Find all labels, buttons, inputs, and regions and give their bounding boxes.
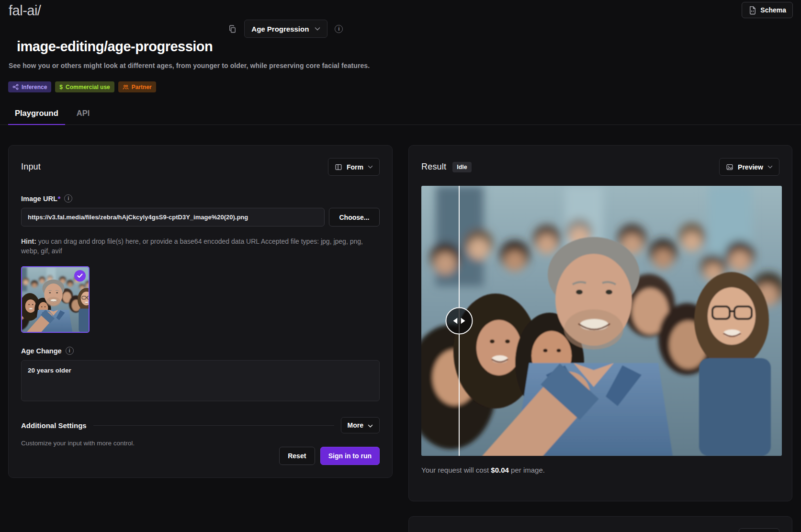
- choose-file-button[interactable]: Choose...: [329, 208, 380, 226]
- right-column: Result Idle Preview: [408, 145, 792, 532]
- result-panel-header: Result Idle Preview: [421, 158, 779, 176]
- hint-bold: Hint:: [21, 238, 36, 245]
- logs-panel: Logs Show: [408, 516, 792, 532]
- upload-hint: Hint: you can drag and drop file(s) here…: [21, 237, 375, 256]
- chevron-down-icon: [315, 27, 320, 31]
- age-change-info-icon[interactable]: i: [66, 347, 74, 355]
- model-description: See how you or others might look at diff…: [9, 62, 801, 69]
- model-selector-label: Age Progression: [251, 25, 309, 33]
- breadcrumb-main: image-editing/age-progression: [9, 19, 221, 55]
- badge-row: Inference $ Commercial use Partner: [8, 81, 801, 92]
- model-info-icon[interactable]: i: [335, 25, 343, 33]
- image-url-label-row: Image URL* i: [21, 194, 380, 203]
- chevron-down-icon: [368, 165, 373, 169]
- tab-api[interactable]: API: [70, 105, 97, 125]
- partner-badge-label: Partner: [132, 84, 152, 91]
- result-photo: [421, 186, 782, 456]
- image-url-input[interactable]: [21, 208, 325, 226]
- commercial-use-badge: $ Commercial use: [55, 81, 114, 92]
- result-panel: Result Idle Preview: [408, 145, 792, 501]
- fal-playground-page: fal-ai/image-editing/age-progression Age…: [0, 0, 801, 532]
- form-layout-icon: [335, 163, 342, 171]
- preview-view-dropdown[interactable]: Preview: [719, 158, 779, 176]
- result-title: Result: [421, 162, 446, 172]
- breadcrumb-prefix: fal-ai/: [9, 3, 41, 18]
- required-marker: *: [58, 195, 61, 203]
- comparison-slider-handle[interactable]: [446, 307, 473, 335]
- title-row: fal-ai/image-editing/age-progression Age…: [0, 0, 801, 55]
- cost-value: $0.04: [491, 466, 509, 474]
- reset-button[interactable]: Reset: [279, 447, 315, 465]
- inference-badge-label: Inference: [22, 84, 47, 91]
- copy-icon[interactable]: [228, 24, 237, 34]
- schema-file-icon: [748, 6, 756, 15]
- logs-show-dropdown[interactable]: Show: [739, 528, 779, 532]
- uploaded-image-thumbnail[interactable]: [21, 266, 90, 333]
- dollar-icon: $: [59, 84, 63, 91]
- chevron-down-icon: [368, 421, 373, 429]
- commercial-use-badge-label: Commercial use: [66, 84, 110, 91]
- additional-settings-title: Additional Settings: [21, 421, 87, 430]
- image-preview-icon: [726, 163, 733, 171]
- more-label: More: [348, 421, 363, 429]
- image-url-row: Choose...: [21, 208, 380, 226]
- arrow-right-icon: [461, 318, 465, 324]
- result-comparison-image: [421, 186, 782, 456]
- inference-badge: Inference: [8, 81, 51, 92]
- page-title: fal-ai/image-editing/age-progression: [9, 3, 221, 55]
- status-badge: Idle: [452, 162, 472, 172]
- input-panel-header: Input Form: [21, 158, 380, 176]
- form-view-dropdown[interactable]: Form: [328, 158, 380, 176]
- arrow-left-icon: [453, 318, 458, 324]
- partner-badge: Partner: [118, 81, 156, 92]
- model-selector-dropdown[interactable]: Age Progression: [244, 20, 327, 38]
- additional-settings-row: Additional Settings More: [21, 417, 380, 433]
- page-header: fal-ai/image-editing/age-progression Age…: [0, 0, 801, 125]
- hint-text: you can drag and drop file(s) here, or p…: [21, 238, 363, 255]
- age-change-label: Age Change: [21, 347, 62, 355]
- tab-bar: Playground API: [0, 105, 801, 125]
- main-content: Input Form Image URL* i: [0, 125, 801, 532]
- divider: [93, 425, 334, 426]
- chevron-down-icon: [767, 165, 773, 169]
- form-view-label: Form: [347, 163, 363, 171]
- preview-view-label: Preview: [738, 163, 763, 171]
- action-buttons: Reset Sign in to run: [21, 447, 380, 465]
- selected-check-icon: [74, 270, 86, 282]
- people-icon: [123, 84, 129, 90]
- input-title: Input: [21, 162, 41, 172]
- more-settings-dropdown[interactable]: More: [341, 417, 380, 433]
- schema-button-label: Schema: [760, 6, 786, 14]
- cost-note: Your request will cost $0.04 per image.: [421, 466, 779, 474]
- image-url-label: Image URL*: [21, 195, 60, 203]
- age-change-label-row: Age Change i: [21, 347, 380, 355]
- image-url-info-icon[interactable]: i: [64, 194, 72, 203]
- additional-settings-description: Customize your input with more control.: [21, 440, 380, 447]
- schema-button[interactable]: Schema: [742, 2, 793, 18]
- inference-icon: [12, 84, 19, 90]
- input-panel: Input Form Image URL* i: [8, 145, 393, 478]
- result-title-group: Result Idle: [421, 162, 472, 172]
- sign-in-to-run-button[interactable]: Sign in to run: [320, 447, 380, 465]
- tab-playground[interactable]: Playground: [8, 105, 65, 125]
- age-change-input[interactable]: 20 years older: [21, 360, 380, 401]
